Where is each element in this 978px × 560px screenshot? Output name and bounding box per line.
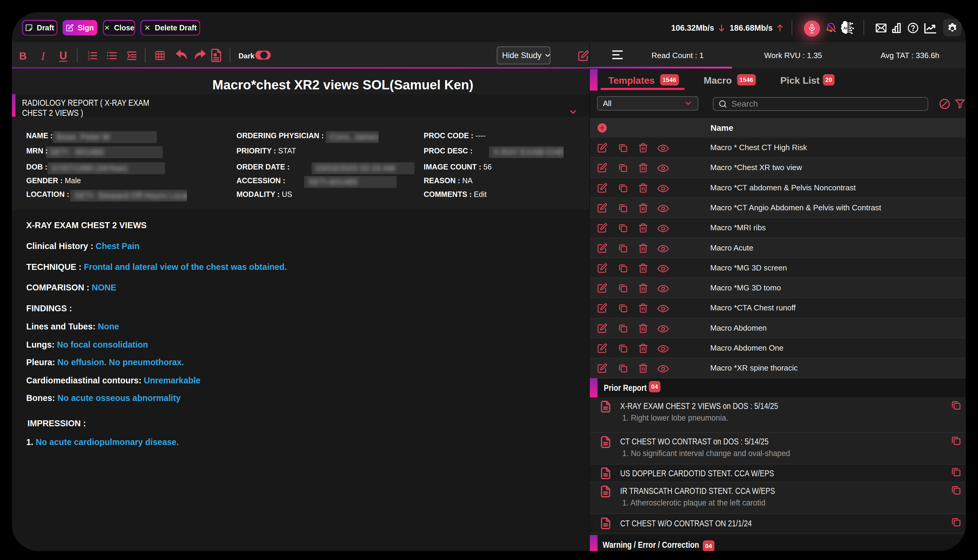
svg-text:3: 3 [88,57,90,62]
svg-text:AI: AI [843,26,847,30]
